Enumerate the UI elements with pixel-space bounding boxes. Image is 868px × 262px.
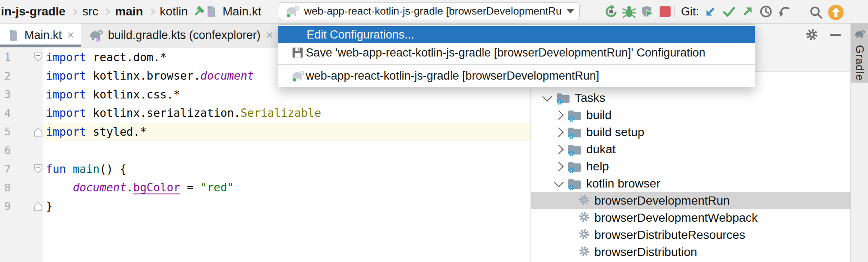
breadcrumb-src[interactable]: src [82, 5, 98, 18]
breadcrumb: in-js-gradle src main kotlin Main.kt [1, 0, 261, 23]
breadcrumb-main[interactable]: main [115, 5, 143, 18]
line-number: 1 [0, 51, 34, 63]
menu-item-label: Save 'web-app-react-kotlin-js-gradle [br… [306, 46, 705, 60]
rollback-icon[interactable] [777, 4, 792, 19]
tree-label: dukat [586, 143, 616, 156]
gradle-elephant-icon [290, 68, 305, 83]
tab-label: build.gradle.kts (confexplorer) [108, 29, 261, 42]
chevron-right-icon[interactable] [554, 128, 564, 137]
code-line[interactable]: 8 document.bgColor = "red" [0, 179, 530, 197]
folder-gear-icon [567, 143, 582, 156]
tree-row-browser-distribution[interactable]: browserDistribution [531, 244, 850, 261]
history-icon[interactable] [759, 4, 773, 19]
menu-item-run-configuration[interactable]: web-app-react-kotlin-js-gradle [browserD… [278, 67, 755, 85]
chevron-right-icon [71, 8, 78, 15]
search-icon[interactable] [809, 5, 823, 20]
folder-gear-icon [567, 160, 582, 173]
tree-row-build[interactable]: build [531, 107, 850, 124]
tree-row-browser-development-run[interactable]: browserDevelopmentRun [531, 192, 850, 209]
tree-row-browser-distribute-resources[interactable]: browserDistributeResources [531, 226, 850, 244]
chevron-down-icon[interactable] [542, 92, 552, 102]
line-number: 8 [0, 182, 34, 194]
menu-separator [278, 64, 755, 65]
gear-icon [578, 194, 590, 208]
tab-build-gradle-kts[interactable]: build.gradle.kts (confexplorer) × [81, 24, 280, 47]
code-line-current[interactable]: 5 import styled.* [0, 122, 530, 141]
menu-item-save-configuration[interactable]: Save 'web-app-react-kotlin-js-gradle [br… [278, 43, 755, 62]
tree-row-browser-development-webpack[interactable]: browserDevelopmentWebpack [531, 209, 850, 226]
main-toolbar: in-js-gradle src main kotlin Main.kt [0, 0, 868, 24]
chevron-right-icon[interactable] [554, 110, 564, 120]
tree-label: browserDistributeResources [594, 228, 745, 242]
code-line[interactable]: 7 fun main() { [0, 160, 530, 179]
git-label: Git: [681, 0, 699, 23]
tree-label: kotlin browser [586, 177, 660, 191]
code-line[interactable]: 3 import kotlinx.css.* [0, 85, 530, 104]
tab-label: Main.kt [24, 29, 62, 42]
save-icon [290, 45, 305, 60]
chevron-right-icon[interactable] [554, 145, 564, 155]
code-line[interactable]: 9 } [0, 197, 530, 216]
update-project-icon[interactable] [703, 4, 718, 19]
git-controls [703, 4, 792, 19]
tree-label: browserDevelopmentRun [594, 194, 730, 208]
rerun-icon[interactable] [604, 4, 618, 19]
menu-item-label: web-app-react-kotlin-js-gradle [browserD… [306, 69, 599, 83]
line-number: 2 [0, 70, 34, 82]
run-configuration-select[interactable]: web-app-react-kotlin-js-gradle [browserD… [279, 2, 580, 20]
run-with-coverage-icon[interactable] [640, 4, 654, 19]
ide-window: in-js-gradle src main kotlin Main.kt [0, 0, 868, 262]
close-icon[interactable]: × [67, 29, 74, 42]
fold-expand-icon[interactable] [34, 197, 43, 216]
gear-icon [578, 211, 590, 225]
toolbar-separator [674, 5, 675, 18]
run-configuration-menu: Edit Configurations... Save 'web-app-rea… [278, 24, 755, 87]
tree-label: build [586, 108, 612, 122]
stop-icon[interactable] [658, 4, 672, 19]
tree-row-build-setup[interactable]: build setup [531, 124, 850, 141]
tree-label: browserDistribution [594, 245, 697, 259]
chevron-right-icon[interactable] [554, 162, 564, 172]
toolbar-right [809, 4, 844, 21]
chevron-right-icon [103, 8, 110, 15]
line-number: 9 [0, 200, 34, 212]
build-hammer-icon[interactable] [192, 5, 205, 18]
close-icon[interactable]: × [266, 29, 273, 42]
chevron-down-icon[interactable] [554, 178, 564, 188]
line-number: 4 [0, 107, 34, 119]
debug-icon[interactable] [622, 4, 636, 19]
breadcrumb-file[interactable]: Main.kt [223, 5, 261, 18]
update-available-icon[interactable] [828, 4, 844, 21]
gradle-task-tree: Tasks build build setup [531, 72, 850, 261]
code-line[interactable]: 6 [0, 141, 530, 160]
gear-icon[interactable] [805, 28, 819, 42]
stripe-tab-gradle[interactable]: Gradle [851, 24, 868, 83]
gradle-elephant-icon [853, 29, 865, 40]
kotlin-file-icon [7, 29, 20, 42]
menu-item-edit-configurations[interactable]: Edit Configurations... [278, 26, 755, 43]
push-icon[interactable] [740, 4, 755, 19]
tree-row-dukat[interactable]: dukat [531, 141, 850, 158]
line-number: 3 [0, 88, 34, 101]
line-number: 7 [0, 163, 34, 175]
breadcrumb-project[interactable]: in-js-gradle [1, 5, 66, 18]
hide-icon[interactable] [830, 34, 841, 36]
stripe-tab-label: Gradle [853, 45, 866, 81]
commit-icon[interactable] [722, 4, 736, 19]
tree-label: Tasks [575, 91, 606, 105]
code-line[interactable]: 4 import kotlinx.serialization.Serializa… [0, 104, 530, 123]
tree-row-kotlin-browser[interactable]: kotlin browser [531, 175, 850, 192]
menu-item-label: Edit Configurations... [307, 28, 414, 42]
breadcrumb-kotlin[interactable]: kotlin [160, 5, 188, 18]
folder-gear-icon [567, 177, 582, 191]
line-number: 6 [0, 144, 34, 157]
fold-expand-icon[interactable] [34, 122, 43, 141]
tab-main-kt[interactable]: Main.kt × [0, 24, 81, 47]
tree-row-help[interactable]: help [531, 158, 850, 175]
fold-collapse-icon[interactable] [34, 48, 43, 67]
gear-icon [578, 245, 590, 259]
tree-label: browserDevelopmentWebpack [594, 211, 758, 225]
gear-icon [578, 228, 590, 242]
tree-row-tasks[interactable]: Tasks [531, 89, 850, 107]
fold-collapse-icon[interactable] [34, 160, 43, 179]
